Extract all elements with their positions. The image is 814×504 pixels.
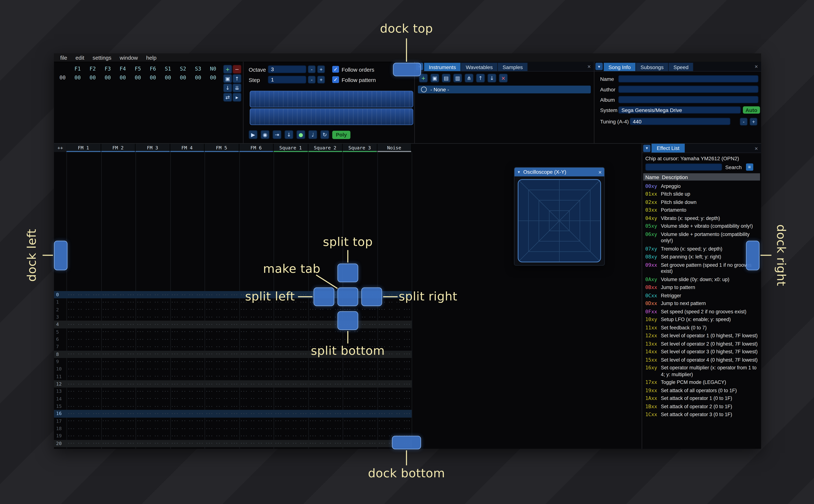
- split-target-bottom[interactable]: [337, 311, 358, 330]
- pattern-cell[interactable]: ··· ·· ·· ···: [343, 380, 377, 388]
- tuning-field[interactable]: 440: [630, 118, 730, 125]
- channel-header[interactable]: Noise: [377, 144, 412, 152]
- effect-row[interactable]: 1BxxSet attack of operator 2 (0 to 1F): [643, 403, 760, 411]
- pattern-cell[interactable]: ··· ·· ·· ···: [135, 321, 170, 328]
- effect-row[interactable]: 13xxSet level of operator 2 (0 highest, …: [643, 340, 760, 348]
- pattern-cell[interactable]: ··· ·· ·· ···: [101, 298, 135, 306]
- pattern-cell[interactable]: ··· ·· ·· ···: [66, 432, 101, 440]
- pattern-cell[interactable]: ··· ·· ·· ···: [308, 380, 342, 388]
- pattern-cell[interactable]: ··· ·· ·· ···: [170, 440, 204, 447]
- pattern-cell[interactable]: ··· ·· ·· ···: [273, 447, 308, 449]
- pattern-cell[interactable]: ··· ·· ·· ···: [101, 351, 135, 358]
- pattern-cell[interactable]: ··· ·· ·· ···: [101, 321, 135, 328]
- order-value-cell[interactable]: 00: [145, 75, 160, 81]
- author-field[interactable]: [618, 86, 758, 93]
- pattern-cell[interactable]: ··· ·· ·· ···: [101, 447, 135, 449]
- pattern-cell[interactable]: ··· ·· ·· ···: [273, 343, 308, 350]
- move-order-up-button[interactable]: ↑: [233, 74, 241, 83]
- order-value-cell[interactable]: 00: [85, 75, 100, 81]
- effect-row[interactable]: 05xyVolume slide + vibrato (compatibilit…: [643, 222, 760, 230]
- pattern-cell[interactable]: ··· ·· ·· ···: [343, 395, 377, 403]
- pattern-cell[interactable]: ··· ·· ·· ···: [239, 321, 273, 328]
- pattern-cell[interactable]: ··· ·· ·· ···: [273, 328, 308, 336]
- menu-item-file[interactable]: file: [56, 54, 71, 61]
- pattern-cell[interactable]: ··· ·· ·· ···: [170, 351, 204, 358]
- effect-row[interactable]: 04xyVibrato (x: speed; y: depth): [643, 214, 760, 222]
- pattern-cell[interactable]: ··· ·· ·· ···: [343, 358, 377, 365]
- pattern-cell[interactable]: ··· ·· ·· ···: [343, 403, 377, 410]
- pattern-cell[interactable]: ··· ·· ·· ···: [308, 395, 342, 403]
- pattern-cell[interactable]: ··· ·· ·· ···: [170, 380, 204, 388]
- pattern-cell[interactable]: ··· ·· ·· ···: [135, 365, 170, 373]
- pattern-cell[interactable]: ··· ·· ·· ···: [239, 365, 273, 373]
- piano-row-lower[interactable]: [250, 109, 413, 125]
- pattern-cell[interactable]: ··· ·· ·· ···: [273, 388, 308, 395]
- pattern-cell[interactable]: ··· ·· ·· ···: [101, 328, 135, 336]
- song-tab-song-info[interactable]: Song Info: [604, 63, 636, 71]
- step-input[interactable]: 1: [268, 76, 306, 83]
- pattern-cell[interactable]: ··· ·· ·· ···: [308, 328, 342, 336]
- pattern-cell[interactable]: ··· ·· ·· ···: [273, 410, 308, 417]
- step-one-row-button[interactable]: ↓: [284, 130, 293, 139]
- dock-target-right[interactable]: [746, 241, 759, 270]
- pattern-cell[interactable]: ··· ·· ·· ···: [343, 336, 377, 343]
- effect-row[interactable]: 00xyArpeggio: [643, 182, 760, 190]
- duplicate-order-end-button[interactable]: ⇊: [233, 83, 241, 92]
- instrument-folders-button[interactable]: ⋔: [465, 74, 474, 83]
- pattern-cell[interactable]: ··· ·· ·· ···: [239, 358, 273, 365]
- pattern-cell[interactable]: ··· ·· ·· ···: [308, 447, 342, 449]
- play-button[interactable]: ▶: [249, 130, 257, 139]
- close-icon[interactable]: ×: [598, 169, 602, 175]
- pattern-cell[interactable]: ··· ·· ·· ···: [135, 388, 170, 395]
- search-input[interactable]: [645, 163, 722, 171]
- pattern-cell[interactable]: ··· ·· ·· ···: [308, 403, 342, 410]
- step-increase-button[interactable]: +: [317, 76, 325, 83]
- pattern-cell[interactable]: ··· ·· ·· ···: [170, 432, 204, 440]
- collapse-icon[interactable]: ▼: [517, 170, 521, 174]
- pattern-cell[interactable]: ··· ·· ·· ···: [377, 373, 412, 380]
- pattern-cell[interactable]: ··· ·· ·· ···: [205, 321, 239, 328]
- pattern-cell[interactable]: ··· ·· ·· ···: [205, 403, 239, 410]
- pattern-cell[interactable]: ··· ·· ·· ···: [170, 328, 204, 336]
- pattern-cell[interactable]: ··· ·· ·· ···: [101, 313, 135, 321]
- effect-row[interactable]: 1CxxSet attack of operator 3 (0 to 1F): [643, 411, 760, 419]
- effect-row[interactable]: 17xxToggle PCM mode (LEGACY): [643, 379, 760, 387]
- delete-instrument-button[interactable]: ×: [499, 74, 508, 83]
- pattern-cell[interactable]: ··· ·· ·· ···: [273, 336, 308, 343]
- pattern-cell[interactable]: ··· ·· ·· ···: [66, 403, 101, 410]
- channel-header[interactable]: FM 4: [170, 144, 204, 152]
- channel-header[interactable]: FM 5: [205, 144, 239, 152]
- pattern-cell[interactable]: ··· ·· ·· ···: [343, 417, 377, 425]
- instruments-tab-wavetables[interactable]: Wavetables: [461, 63, 498, 71]
- pattern-cell[interactable]: ··· ·· ·· ···: [273, 358, 308, 365]
- pattern-cell[interactable]: ··· ·· ·· ···: [205, 388, 239, 395]
- order-value-cell[interactable]: 00: [130, 75, 145, 81]
- pattern-cell[interactable]: ··· ·· ·· ···: [135, 425, 170, 432]
- effect-row[interactable]: 02xxPitch slide down: [643, 198, 760, 206]
- remove-order-button[interactable]: −: [233, 65, 241, 74]
- pattern-cell[interactable]: ··· ·· ·· ···: [377, 321, 412, 328]
- effect-row[interactable]: 1AxxSet attack of operator 1 (0 to 1F): [643, 395, 760, 403]
- pattern-cell[interactable]: ··· ·· ·· ···: [239, 432, 273, 440]
- octave-increase-button[interactable]: +: [317, 65, 325, 73]
- effect-row[interactable]: 09xxSet groove pattern (speed 1 if no gr…: [643, 261, 760, 276]
- pattern-cell[interactable]: ··· ·· ·· ···: [273, 440, 308, 447]
- pattern-cell[interactable]: ··· ·· ·· ···: [377, 365, 412, 373]
- order-value-cell[interactable]: 00: [191, 75, 206, 81]
- pattern-cell[interactable]: ··· ·· ·· ···: [308, 417, 342, 425]
- order-value-cell[interactable]: 00: [205, 75, 221, 81]
- dock-target-left[interactable]: [54, 241, 67, 270]
- channel-header[interactable]: FM 6: [239, 144, 273, 152]
- effect-row[interactable]: 15xxSet level of operator 4 (0 highest, …: [643, 356, 760, 364]
- move-instrument-up-button[interactable]: ↑: [476, 74, 485, 83]
- pattern-cell[interactable]: ··· ·· ·· ···: [135, 328, 170, 336]
- tab-list-icon[interactable]: ▼: [595, 63, 603, 70]
- pattern-cell[interactable]: ··· ·· ·· ···: [377, 380, 412, 388]
- octave-input[interactable]: 3: [268, 65, 306, 73]
- pattern-cell[interactable]: ··· ·· ·· ···: [343, 373, 377, 380]
- pattern-cell[interactable]: ··· ·· ·· ···: [343, 425, 377, 432]
- pattern-cell[interactable]: ··· ·· ·· ···: [66, 388, 101, 395]
- pattern-cell[interactable]: ··· ·· ·· ···: [308, 336, 342, 343]
- pattern-cell[interactable]: ··· ·· ·· ···: [135, 440, 170, 447]
- pattern-cell[interactable]: ··· ·· ·· ···: [135, 306, 170, 313]
